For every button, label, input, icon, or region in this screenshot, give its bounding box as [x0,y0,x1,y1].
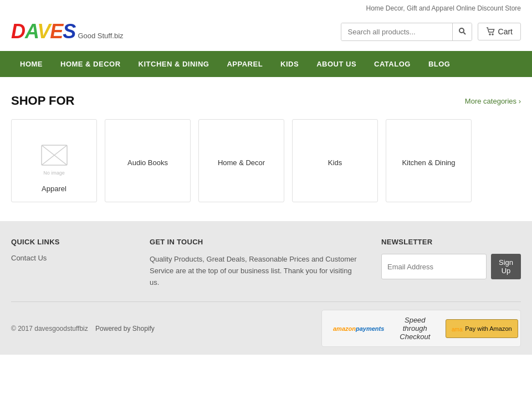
search-button[interactable] [452,23,472,40]
category-audio-books-label: Audio Books [127,158,168,167]
category-kids-label: Kids [328,158,342,167]
nav-home[interactable]: HOME [11,51,52,77]
pay-with-amazon-button[interactable]: amazon Pay with Amazon [446,319,518,338]
category-kids[interactable]: Kids [292,119,378,202]
nav-apparel[interactable]: APPAREL [218,51,272,77]
header-right: Cart [341,23,521,41]
quick-links-heading: QUICK LINKS [11,238,127,246]
tagline: Home Decor, Gift and Apparel Online Disc… [366,4,521,12]
category-home-decor-label: Home & Decor [218,158,265,167]
newsletter-heading: NEWSLETTER [381,238,521,246]
footer-get-in-touch: GET IN TOUCH Quality Products, Great Dea… [150,238,359,288]
no-image: No image [32,142,76,176]
footer-quick-links: QUICK LINKS Contact Us [11,238,127,288]
footer-copy: © 2017 davesgoodstuffbiz Powered by Shop… [11,325,155,332]
search-input[interactable] [341,23,452,40]
footer-bottom: © 2017 davesgoodstuffbiz Powered by Shop… [11,301,521,355]
nav-kitchen-dining[interactable]: KITCHEN & DINING [130,51,218,77]
nav-kids[interactable]: KIDS [272,51,308,77]
speed-through-checkout-text: Speed through Checkout [400,316,430,341]
nav-about-us[interactable]: ABOUT US [308,51,365,77]
svg-text:amazon: amazon [452,326,463,332]
signup-button[interactable]: Sign Up [491,254,521,279]
main-nav: HOME HOME & DECOR KITCHEN & DINING APPAR… [0,51,532,77]
search-box [341,23,472,41]
category-apparel[interactable]: No image Apparel [11,119,97,202]
get-in-touch-heading: GET IN TOUCH [150,238,359,246]
footer-top: QUICK LINKS Contact Us GET IN TOUCH Qual… [11,238,521,301]
logo-sub: Good Stuff.biz [78,32,123,40]
cart-button[interactable]: Cart [478,23,521,40]
cart-icon [486,27,495,36]
contact-us-link[interactable]: Contact Us [11,254,127,262]
amazon-banner[interactable]: amazonpayments Speed through Checkout am… [321,310,521,347]
category-apparel-label: Apparel [42,185,66,193]
cart-label: Cart [498,27,513,36]
pay-with-amazon-label: Pay with Amazon [465,325,511,332]
svg-point-2 [489,34,490,35]
more-categories-link[interactable]: More categories › [465,97,521,105]
amazon-payments-logo: amazonpayments [333,325,384,332]
category-home-decor[interactable]: Home & Decor [198,119,284,202]
shop-for-header: SHOP FOR More categories › [11,94,521,108]
category-audio-books[interactable]: Audio Books [105,119,191,202]
category-kitchen-dining[interactable]: Kitchen & Dining [386,119,472,202]
powered-by-shopify[interactable]: Powered by Shopify [95,325,155,332]
search-icon [458,27,466,35]
newsletter-email-input[interactable] [381,254,487,279]
shop-for-title: SHOP FOR [11,94,75,108]
top-bar: Home Decor, Gift and Apparel Online Disc… [0,0,532,14]
header: DAVES Good Stuff.biz Cart [0,14,532,51]
nav-blog[interactable]: BLOG [420,51,459,77]
svg-point-0 [459,28,464,33]
svg-line-1 [463,32,466,34]
category-kitchen-dining-label: Kitchen & Dining [402,158,455,167]
copyright-text: © 2017 davesgoodstuffbiz [11,325,88,332]
svg-point-3 [492,34,493,35]
amazon-logo-icon: amazon [452,323,463,334]
logo-text: DAVES [11,20,75,43]
no-image-text: No image [43,170,65,176]
nav-catalog[interactable]: CATALOG [365,51,420,77]
nav-home-decor[interactable]: HOME & DECOR [52,51,130,77]
logo[interactable]: DAVES Good Stuff.biz [11,20,124,43]
footer: QUICK LINKS Contact Us GET IN TOUCH Qual… [0,221,532,355]
footer-newsletter: NEWSLETTER Sign Up [381,238,521,288]
newsletter-form: Sign Up [381,254,521,279]
get-in-touch-text: Quality Products, Great Deals, Reasonabl… [150,254,359,288]
categories-grid: No image Apparel Audio Books Home & Deco… [11,119,521,202]
main-content: SHOP FOR More categories › No image Appa… [0,77,532,221]
